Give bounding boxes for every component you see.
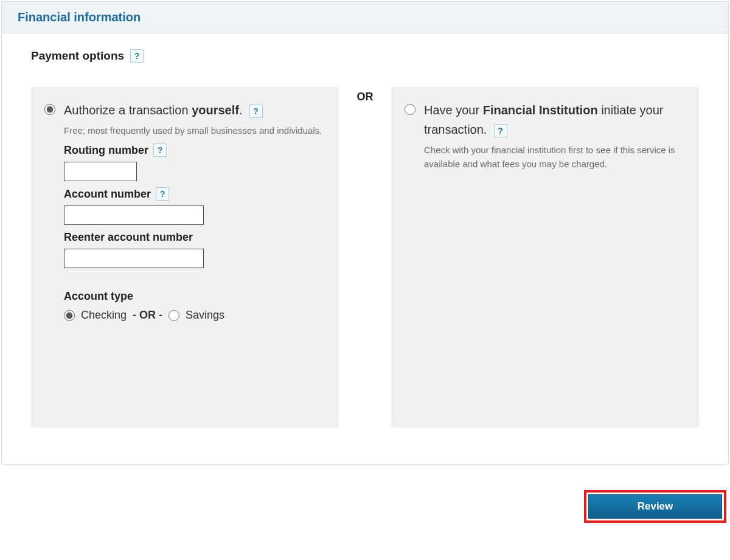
- routing-number-help-icon[interactable]: ?: [153, 143, 167, 157]
- account-type-row: Checking - OR - Savings: [64, 309, 325, 322]
- account-number-label-row: Account number ?: [64, 187, 169, 201]
- reenter-account-label: Reenter account number: [64, 231, 193, 244]
- account-type-savings-label: Savings: [186, 309, 224, 322]
- payment-options-label: Payment options: [31, 49, 124, 63]
- financial-information-panel: Financial information Payment options ? …: [1, 1, 729, 465]
- option-fi-title-bold: Financial Institution: [483, 103, 598, 117]
- option-financial-institution: Have your Financial Institution initiate…: [391, 87, 699, 427]
- routing-number-label-row: Routing number ?: [64, 143, 167, 157]
- account-type-label: Account type: [64, 290, 325, 303]
- reenter-account-field: Reenter account number: [64, 231, 325, 268]
- account-number-help-icon[interactable]: ?: [156, 187, 169, 201]
- option-authorize-yourself-radio[interactable]: [44, 104, 55, 115]
- option-fi-help-icon[interactable]: ?: [494, 124, 507, 137]
- review-button[interactable]: Review: [588, 494, 722, 519]
- account-type-or: - OR -: [133, 309, 162, 322]
- account-type-savings-radio[interactable]: [169, 310, 179, 321]
- options-divider-or: OR: [350, 87, 380, 103]
- panel-header: Financial information: [2, 2, 728, 33]
- routing-number-input[interactable]: [64, 162, 137, 181]
- account-type-checking-label: Checking: [81, 309, 127, 322]
- option-fi-title-part1: Have your: [424, 103, 483, 117]
- option-financial-institution-radio[interactable]: [405, 104, 415, 115]
- account-type-group: Account type Checking - OR - Savings: [64, 290, 325, 322]
- routing-number-label: Routing number: [64, 144, 148, 157]
- option-authorize-title-part1: Authorize a transaction: [64, 103, 192, 117]
- option-authorize-content: Authorize a transaction yourself. ? Free…: [64, 100, 325, 322]
- option-fi-content: Have your Financial Institution initiate…: [424, 100, 686, 171]
- routing-number-field: Routing number ?: [64, 143, 325, 181]
- option-authorize-title: Authorize a transaction yourself. ?: [64, 100, 325, 120]
- option-authorize-title-after: .: [239, 103, 243, 117]
- account-number-field: Account number ?: [64, 187, 325, 225]
- option-authorize-desc: Free; most frequently used by small busi…: [64, 123, 325, 137]
- option-fi-title: Have your Financial Institution initiate…: [424, 100, 686, 139]
- payment-options-row: Authorize a transaction yourself. ? Free…: [31, 87, 699, 427]
- account-number-label: Account number: [64, 188, 151, 201]
- panel-body: Payment options ? Authorize a transactio…: [2, 33, 728, 464]
- option-fi-desc: Check with your financial institution fi…: [424, 143, 686, 171]
- option-authorize-title-bold: yourself: [192, 103, 239, 117]
- reenter-account-input[interactable]: [64, 249, 204, 268]
- account-number-input[interactable]: [64, 206, 204, 225]
- payment-options-heading: Payment options ?: [31, 49, 699, 63]
- review-button-highlight: Review: [584, 490, 726, 523]
- payment-options-help-icon[interactable]: ?: [130, 49, 144, 63]
- account-type-checking-radio[interactable]: [64, 310, 75, 321]
- option-authorize-yourself: Authorize a transaction yourself. ? Free…: [31, 87, 339, 427]
- option-authorize-help-icon[interactable]: ?: [249, 105, 263, 118]
- panel-title: Financial information: [18, 10, 712, 24]
- footer-row: Review: [0, 466, 730, 529]
